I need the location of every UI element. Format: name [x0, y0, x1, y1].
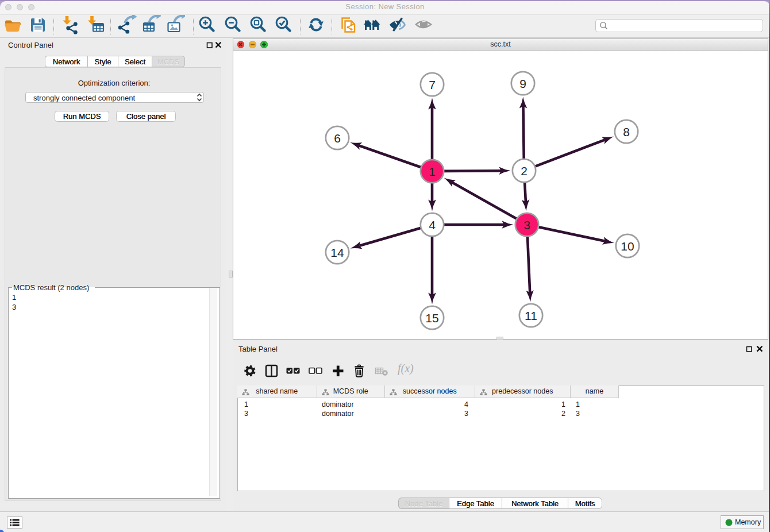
- svg-text:11: 11: [525, 309, 537, 322]
- svg-text:14: 14: [330, 246, 344, 259]
- svg-text:6: 6: [334, 132, 341, 145]
- svg-text:8: 8: [623, 125, 630, 138]
- svg-text:15: 15: [425, 311, 438, 325]
- svg-text:3: 3: [523, 218, 530, 232]
- svg-text:10: 10: [621, 240, 634, 253]
- svg-text:2: 2: [521, 164, 528, 178]
- svg-text:1: 1: [429, 165, 436, 178]
- svg-text:9: 9: [519, 77, 526, 90]
- svg-text:4: 4: [429, 218, 436, 232]
- svg-text:7: 7: [429, 78, 436, 91]
